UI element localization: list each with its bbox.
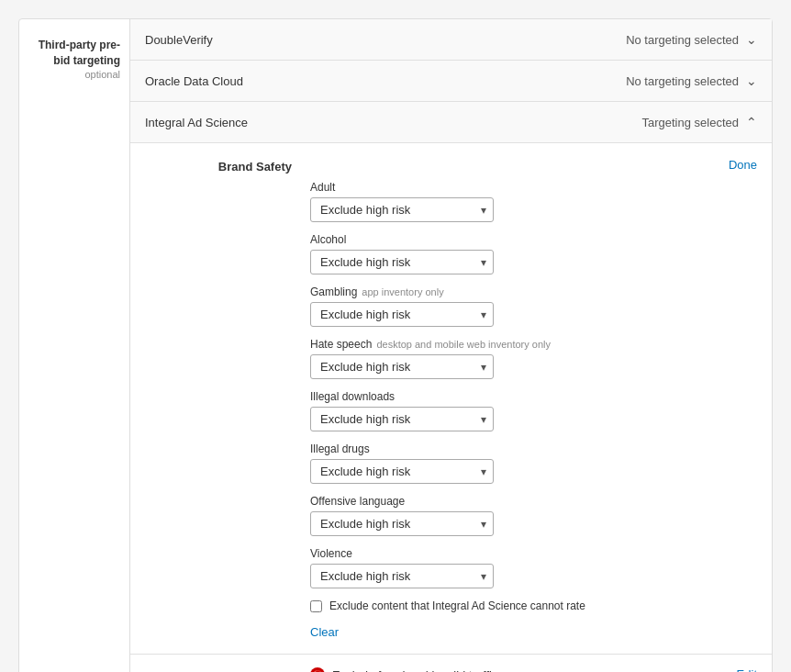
doubleverify-chevron-icon: ⌄ xyxy=(746,32,757,47)
fraud-label: Fraud and invalid traffic xyxy=(145,667,310,672)
oracle-row[interactable]: Oracle Data Cloud No targeting selected … xyxy=(130,61,772,102)
select-gambling[interactable]: Exclude high risk Exclude high and mediu… xyxy=(310,302,494,327)
select-wrapper-gambling: Exclude high risk Exclude high and mediu… xyxy=(310,302,494,327)
fraud-right: 🚫 Exclude fraud and invalid traffic Excl… xyxy=(310,667,757,672)
done-link[interactable]: Done xyxy=(310,158,757,172)
select-violence[interactable]: Exclude high risk Exclude high and mediu… xyxy=(310,564,494,588)
ias-chevron-icon: ⌃ xyxy=(746,115,757,129)
oracle-chevron-icon: ⌄ xyxy=(746,73,757,88)
select-illegal-drugs[interactable]: Exclude high risk Exclude high and mediu… xyxy=(310,459,494,484)
select-wrapper-adult: Exclude high risk Exclude high and mediu… xyxy=(310,197,494,222)
sidebar-title: Third-party pre-bid targeting xyxy=(28,38,120,69)
fraud-icon: 🚫 xyxy=(310,667,325,672)
left-sidebar: Third-party pre-bid targeting optional xyxy=(19,19,129,672)
fraud-main: 🚫 Exclude fraud and invalid traffic Excl… xyxy=(310,667,737,672)
doubleverify-right: No targeting selected ⌄ xyxy=(626,32,757,47)
ias-expanded: Brand Safety Done Adult Exclude high ris… xyxy=(130,143,772,655)
select-illegal-downloads[interactable]: Exclude high risk Exclude high and mediu… xyxy=(310,407,494,431)
oracle-right: No targeting selected ⌄ xyxy=(626,73,757,88)
select-wrapper-alcohol: Exclude high risk Exclude high and mediu… xyxy=(310,250,494,274)
doubleverify-label: DoubleVerify xyxy=(145,33,213,47)
select-wrapper-illegal-drugs: Exclude high risk Exclude high and mediu… xyxy=(310,459,494,484)
fraud-main-row: 🚫 Exclude fraud and invalid traffic xyxy=(310,667,737,672)
fraud-section: Fraud and invalid traffic 🚫 Exclude frau… xyxy=(130,655,772,672)
main-content: DoubleVerify No targeting selected ⌄ Ora… xyxy=(129,19,772,672)
clear-link[interactable]: Clear xyxy=(310,625,339,639)
select-hate-speech[interactable]: Exclude high risk Exclude high and mediu… xyxy=(310,354,494,379)
field-label-adult: Adult xyxy=(310,181,757,194)
ias-label: Integral Ad Science xyxy=(145,116,248,129)
field-group-hate-speech: Hate speech desktop and mobile web inven… xyxy=(310,338,757,379)
ias-right: Targeting selected ⌃ xyxy=(641,115,757,129)
field-group-offensive-language: Offensive language Exclude high risk Exc… xyxy=(310,495,757,536)
select-wrapper-offensive-language: Exclude high risk Exclude high and mediu… xyxy=(310,511,494,536)
field-group-illegal-downloads: Illegal downloads Exclude high risk Excl… xyxy=(310,390,757,431)
field-group-adult: Adult Exclude high risk Exclude high and… xyxy=(310,181,757,222)
select-wrapper-violence: Exclude high risk Exclude high and mediu… xyxy=(310,564,494,588)
field-group-gambling: Gambling app inventory only Exclude high… xyxy=(310,286,757,327)
field-label-violence: Violence xyxy=(310,547,757,560)
field-label-illegal-drugs: Illegal drugs xyxy=(310,442,757,455)
field-label-alcohol: Alcohol xyxy=(310,233,757,246)
select-offensive-language[interactable]: Exclude high risk Exclude high and mediu… xyxy=(310,511,494,536)
field-label-offensive-language: Offensive language xyxy=(310,495,757,508)
select-wrapper-hate-speech: Exclude high risk Exclude high and mediu… xyxy=(310,354,494,379)
cannot-rate-row: Exclude content that Integral Ad Science… xyxy=(310,599,757,612)
field-label-hate-speech: Hate speech desktop and mobile web inven… xyxy=(310,338,757,351)
ias-status: Targeting selected xyxy=(641,116,739,129)
select-adult[interactable]: Exclude high risk Exclude high and mediu… xyxy=(310,197,494,222)
fraud-edit-link[interactable]: Edit xyxy=(737,667,757,672)
doubleverify-status: No targeting selected xyxy=(626,33,739,47)
cannot-rate-label: Exclude content that Integral Ad Science… xyxy=(329,599,585,612)
field-label-gambling: Gambling app inventory only xyxy=(310,286,757,298)
brand-safety-label: Brand Safety xyxy=(145,158,310,639)
field-group-illegal-drugs: Illegal drugs Exclude high risk Exclude … xyxy=(310,442,757,484)
field-label-illegal-downloads: Illegal downloads xyxy=(310,390,757,403)
ias-row[interactable]: Integral Ad Science Targeting selected ⌃ xyxy=(130,102,772,143)
field-group-violence: Violence Exclude high risk Exclude high … xyxy=(310,547,757,588)
brand-safety-content: Done Adult Exclude high risk Exclude hig… xyxy=(310,158,757,639)
cannot-rate-checkbox[interactable] xyxy=(310,600,322,612)
select-alcohol[interactable]: Exclude high risk Exclude high and mediu… xyxy=(310,250,494,274)
field-group-alcohol: Alcohol Exclude high risk Exclude high a… xyxy=(310,233,757,274)
fraud-main-text: Exclude fraud and invalid traffic xyxy=(332,668,497,673)
doubleverify-row[interactable]: DoubleVerify No targeting selected ⌄ xyxy=(130,19,772,61)
oracle-label: Oracle Data Cloud xyxy=(145,74,243,88)
oracle-status: No targeting selected xyxy=(626,74,739,88)
sidebar-optional: optional xyxy=(28,69,120,80)
select-wrapper-illegal-downloads: Exclude high risk Exclude high and mediu… xyxy=(310,407,494,431)
